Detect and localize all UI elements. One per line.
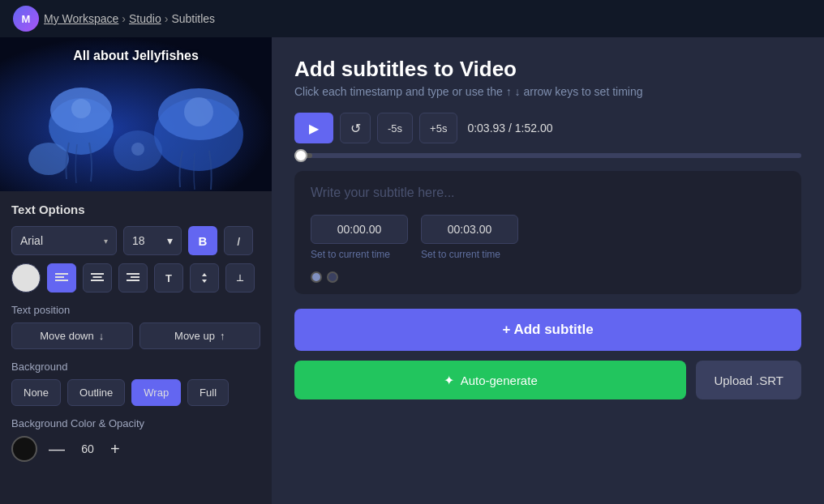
- timestamp-end-box: Set to current time: [421, 215, 518, 260]
- timestamp-end-input[interactable]: [421, 215, 518, 244]
- page-title: Add subtitles to Video: [294, 57, 801, 82]
- svg-rect-12: [55, 280, 68, 281]
- background-row: None Outline Wrap Full: [11, 379, 260, 406]
- svg-rect-13: [91, 273, 104, 275]
- align-right-button[interactable]: [118, 263, 148, 293]
- arrow-up-icon: ↑: [220, 330, 225, 342]
- bg-color-circle[interactable]: [11, 436, 37, 462]
- svg-point-8: [184, 97, 213, 126]
- subtitle-editor: Write your subtitle here... Set to curre…: [294, 171, 801, 294]
- timeline-bar[interactable]: [294, 153, 801, 158]
- nav-workspace[interactable]: My Workspace: [44, 12, 118, 25]
- svg-point-9: [131, 143, 144, 156]
- opacity-value: 60: [76, 442, 99, 455]
- avatar: M: [13, 6, 39, 32]
- spacing-icon: [198, 272, 211, 284]
- dot-2: [327, 271, 338, 283]
- breadcrumb-sep-2: ›: [165, 12, 169, 25]
- text-icon: T: [165, 272, 172, 284]
- chevron-down-icon: ▾: [104, 237, 108, 246]
- bold-button[interactable]: B: [188, 226, 217, 255]
- background-label: Background: [11, 361, 260, 373]
- auto-generate-button[interactable]: ✦ Auto-generate: [294, 361, 686, 399]
- timestamp-start-label: Set to current time: [311, 249, 408, 260]
- nav-studio[interactable]: Studio: [129, 12, 161, 25]
- move-up-button[interactable]: Move up ↑: [139, 322, 261, 349]
- svg-rect-16: [127, 273, 139, 275]
- bg-outline-button[interactable]: Outline: [67, 379, 125, 406]
- bg-wrap-button[interactable]: Wrap: [131, 379, 181, 406]
- timestamp-end-label: Set to current time: [421, 249, 518, 260]
- baseline-icon: ⊥: [236, 273, 244, 284]
- upload-srt-button[interactable]: Upload .SRT: [696, 361, 801, 399]
- breadcrumb: My Workspace › Studio › Subtitles: [44, 12, 215, 25]
- bg-none-button[interactable]: None: [11, 379, 61, 406]
- align-left-icon: [55, 272, 68, 284]
- align-left-button[interactable]: [47, 263, 76, 293]
- skip-forward-button[interactable]: +5s: [419, 113, 457, 143]
- move-up-label: Move up: [174, 330, 215, 342]
- timestamp-start-box: Set to current time: [311, 215, 408, 260]
- progress-dots: [311, 271, 785, 283]
- page-subtitle: Click each timestamp and type or use the…: [294, 85, 801, 98]
- align-center-button[interactable]: [83, 263, 112, 293]
- bottom-actions: + Add subtitle ✦ Auto-generate Upload .S…: [294, 309, 801, 399]
- text-position-label: Text position: [11, 304, 260, 316]
- main-layout: All about Jellyfishes Text Options Arial…: [0, 37, 824, 504]
- timestamp-start-input[interactable]: [311, 215, 408, 244]
- timecode-current: 0:03.93 / 1:52.00: [467, 122, 552, 135]
- move-row: Move down ↓ Move up ↑: [11, 322, 260, 349]
- move-down-label: Move down: [40, 330, 93, 342]
- video-preview: All about Jellyfishes: [0, 37, 272, 191]
- playback-bar: ▶ ↺ -5s +5s 0:03.93 / 1:52.00: [294, 113, 801, 143]
- font-select-value: Arial: [20, 234, 43, 247]
- color-picker-button[interactable]: [11, 263, 41, 293]
- opacity-minus-button[interactable]: —: [45, 440, 68, 459]
- font-size-select[interactable]: 18 ▾: [123, 226, 182, 255]
- breadcrumb-sep-1: ›: [122, 12, 126, 25]
- spacing-button[interactable]: [190, 263, 219, 293]
- left-panel: All about Jellyfishes Text Options Arial…: [0, 37, 272, 504]
- svg-rect-18: [127, 280, 139, 281]
- play-button[interactable]: ▶: [294, 113, 333, 143]
- secondary-actions: ✦ Auto-generate Upload .SRT: [294, 361, 801, 399]
- move-down-button[interactable]: Move down ↓: [11, 322, 133, 349]
- svg-rect-11: [55, 276, 64, 278]
- nav-current: Subtitles: [171, 12, 215, 25]
- dot-1: [311, 271, 322, 283]
- svg-point-7: [71, 99, 91, 118]
- chevron-down-icon-size: ▾: [167, 234, 173, 247]
- font-select[interactable]: Arial ▾: [11, 226, 117, 255]
- sparkle-icon: ✦: [444, 373, 454, 388]
- svg-point-6: [28, 143, 69, 175]
- timeline-thumb: [294, 149, 307, 162]
- arrow-down-icon: ↓: [99, 330, 105, 342]
- play-icon: ▶: [309, 121, 319, 136]
- right-panel: Add subtitles to Video Click each timest…: [272, 37, 824, 504]
- add-subtitle-button[interactable]: + Add subtitle: [294, 309, 801, 351]
- skip-back-button[interactable]: -5s: [377, 113, 413, 143]
- align-row: T ⊥: [11, 263, 260, 293]
- opacity-plus-button[interactable]: +: [107, 440, 123, 459]
- timestamp-row: Set to current time Set to current time: [311, 215, 785, 260]
- text-style-button[interactable]: T: [154, 263, 183, 293]
- bg-color-label: Background Color & Opacity: [11, 417, 260, 429]
- svg-rect-10: [55, 273, 68, 275]
- align-right-icon: [127, 272, 139, 284]
- time-current: 0:03.93: [467, 122, 505, 135]
- text-options-section: Text Options Arial ▾ 18 ▾ B I: [0, 191, 272, 504]
- bg-full-button[interactable]: Full: [187, 379, 229, 406]
- font-row: Arial ▾ 18 ▾ B I: [11, 226, 260, 255]
- time-total: 1:52.00: [515, 122, 553, 135]
- auto-generate-label: Auto-generate: [461, 374, 538, 387]
- replay-icon: ↺: [350, 121, 361, 136]
- svg-rect-14: [93, 276, 102, 278]
- color-row: — 60 +: [11, 436, 260, 462]
- timecode-sep: /: [509, 122, 515, 135]
- replay-button[interactable]: ↺: [340, 113, 371, 143]
- font-size-value: 18: [132, 234, 145, 247]
- video-title: All about Jellyfishes: [0, 49, 272, 63]
- align-center-icon: [91, 272, 104, 284]
- italic-button[interactable]: I: [224, 226, 253, 255]
- baseline-button[interactable]: ⊥: [225, 263, 255, 293]
